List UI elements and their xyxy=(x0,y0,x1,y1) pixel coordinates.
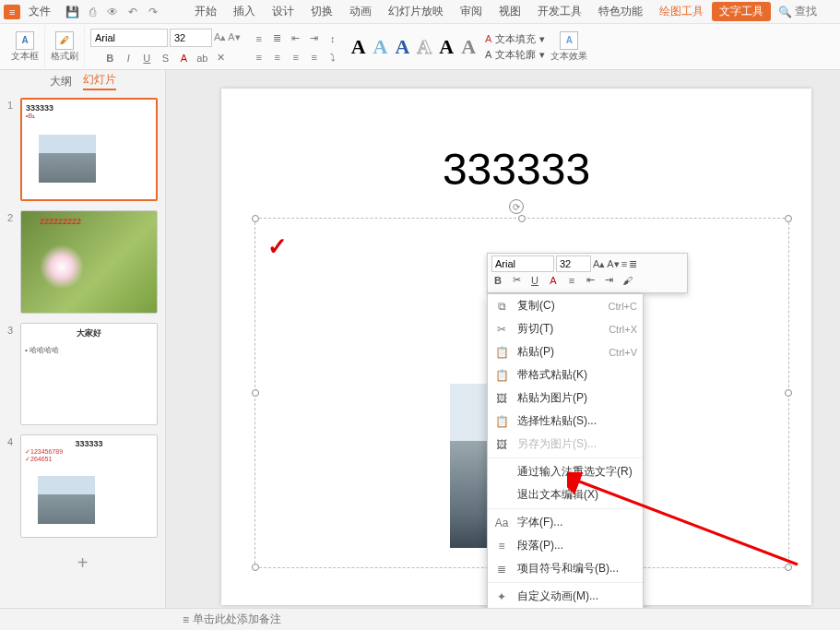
tab-slides[interactable]: 幻灯片 xyxy=(83,72,116,90)
mini-toolbar: A▴ A▾ ≡ ≣ B ✂ U A ≡ ⇤ ⇥ 🖌 xyxy=(487,253,688,293)
mini-numbering-icon[interactable]: ≣ xyxy=(629,258,637,270)
rotate-handle[interactable]: ⟳ xyxy=(509,199,524,214)
resize-handle[interactable] xyxy=(785,564,792,571)
thumb-note: ✓123456789 xyxy=(25,448,153,456)
save-icon[interactable]: 💾 xyxy=(65,5,79,19)
font-size-select[interactable] xyxy=(170,29,212,47)
mini-align-icon[interactable]: ≡ xyxy=(565,275,578,286)
menu-save-as-image: 🖼另存为图片(S)... xyxy=(488,433,643,456)
file-menu[interactable]: 文件 xyxy=(20,4,59,19)
wordart-style-1[interactable]: A xyxy=(351,35,366,59)
notes-placeholder[interactable]: ≡ 单击此处添加备注 xyxy=(183,612,281,627)
menu-cut[interactable]: ✂剪切(T)Ctrl+X xyxy=(488,317,643,340)
tab-insert[interactable]: 插入 xyxy=(225,4,264,19)
align-center-icon[interactable]: ≡ xyxy=(270,50,285,65)
indent-dec-icon[interactable]: ⇤ xyxy=(289,31,303,46)
increase-font-icon[interactable]: A▴ xyxy=(214,31,226,43)
tab-drawing-tools[interactable]: 绘图工具 xyxy=(651,4,712,19)
text-effects-button[interactable]: A 文本效果 xyxy=(550,31,587,63)
text-fill-button[interactable]: A文本填充▾ xyxy=(485,32,545,46)
menu-font[interactable]: Aa字体(F)... xyxy=(488,511,643,534)
menu-paste-image[interactable]: 🖼粘贴为图片(P) xyxy=(488,386,643,410)
slide-thumb-3[interactable]: 3 大家好 • 哈哈哈哈 xyxy=(7,323,158,426)
menu-copy[interactable]: ⧉复制(C)Ctrl+C xyxy=(488,294,643,317)
align-justify-icon[interactable]: ≡ xyxy=(307,50,322,65)
highlight-icon[interactable]: ab xyxy=(195,51,209,65)
wordart-style-5[interactable]: A xyxy=(439,35,454,59)
decrease-font-icon[interactable]: A▾ xyxy=(228,31,240,43)
context-menu: ⧉复制(C)Ctrl+C ✂剪切(T)Ctrl+X 📋粘贴(P)Ctrl+V 📋… xyxy=(487,293,644,608)
tab-outline[interactable]: 大纲 xyxy=(50,74,72,89)
resize-handle[interactable] xyxy=(785,215,792,222)
align-right-icon[interactable]: ≡ xyxy=(289,50,303,65)
mini-indent-dec-icon[interactable]: ⇤ xyxy=(584,274,597,286)
menu-paste-format[interactable]: 📋带格式粘贴(K) xyxy=(488,363,643,386)
menu-paragraph[interactable]: ≡段落(P)... xyxy=(488,534,643,557)
preview-icon[interactable]: 👁 xyxy=(105,5,120,19)
wordart-style-6[interactable]: A xyxy=(461,35,476,59)
search-box[interactable]: 🔍查找 xyxy=(778,4,817,19)
mini-font-color-icon[interactable]: A xyxy=(547,275,560,286)
redo-icon[interactable]: ↷ xyxy=(146,5,160,19)
numbering-icon[interactable]: ≣ xyxy=(270,31,285,46)
add-slide-button[interactable]: + xyxy=(7,547,158,579)
tab-review[interactable]: 审阅 xyxy=(452,4,491,19)
wordart-style-4[interactable]: A xyxy=(417,35,432,59)
mini-format-painter-icon[interactable]: 🖌 xyxy=(621,275,633,286)
tab-developer[interactable]: 开发工具 xyxy=(529,4,590,19)
text-direction-icon[interactable]: ⤵ xyxy=(325,50,340,65)
text-outline-button[interactable]: A文本轮廓▾ xyxy=(485,48,545,62)
indent-inc-icon[interactable]: ⇥ xyxy=(307,31,322,46)
tab-slideshow[interactable]: 幻灯片放映 xyxy=(380,4,452,19)
resize-handle[interactable] xyxy=(252,215,259,222)
resize-handle[interactable] xyxy=(518,215,526,222)
menu-paste[interactable]: 📋粘贴(P)Ctrl+V xyxy=(488,340,643,363)
mini-indent-inc-icon[interactable]: ⇥ xyxy=(602,274,615,286)
font-name-select[interactable] xyxy=(90,29,168,47)
format-painter-button[interactable]: 🖌 格式刷 xyxy=(51,31,78,63)
line-spacing-icon[interactable]: ↕ xyxy=(325,31,340,46)
wordart-style-2[interactable]: A xyxy=(373,35,388,59)
tab-start[interactable]: 开始 xyxy=(186,4,225,19)
mini-increase-font-icon[interactable]: A▴ xyxy=(593,258,605,270)
mini-font-name[interactable] xyxy=(491,256,554,272)
slide-thumb-4[interactable]: 4 333333 ✓123456789 ✓264651 xyxy=(7,434,158,538)
menu-custom-animation[interactable]: ✦自定义动画(M)... xyxy=(488,585,643,608)
undo-icon[interactable]: ↶ xyxy=(125,5,140,19)
tab-design[interactable]: 设计 xyxy=(264,4,302,19)
mini-decrease-font-icon[interactable]: A▾ xyxy=(607,258,619,270)
tab-transition[interactable]: 切换 xyxy=(302,4,341,19)
resize-handle[interactable] xyxy=(252,564,259,571)
underline-icon[interactable]: U xyxy=(139,51,154,65)
slide-thumb-2[interactable]: 2 222222222 xyxy=(7,210,158,314)
mini-font-size[interactable] xyxy=(556,256,591,272)
menu-exit-text-edit[interactable]: 退出文本编辑(X) xyxy=(488,483,643,506)
wordart-gallery[interactable]: A A A A A A xyxy=(351,35,476,59)
tab-special[interactable]: 特色功能 xyxy=(590,4,651,19)
app-menu-icon[interactable]: ≡ xyxy=(4,5,20,19)
tab-text-tools[interactable]: 文字工具 xyxy=(712,2,771,21)
resize-handle[interactable] xyxy=(252,389,259,397)
slide-thumb-1[interactable]: 1 333333 •B₁ xyxy=(7,98,158,201)
bold-icon[interactable]: B xyxy=(102,51,117,65)
mini-underline-icon[interactable]: U xyxy=(528,275,541,286)
tab-animation[interactable]: 动画 xyxy=(341,4,380,19)
font-color-icon[interactable]: A xyxy=(176,51,191,65)
mini-scissors-icon[interactable]: ✂ xyxy=(510,274,523,286)
mini-bullets-icon[interactable]: ≡ xyxy=(621,258,627,269)
print-icon[interactable]: ⎙ xyxy=(85,5,100,19)
slide-canvas[interactable]: 333333 ⟳ ✓ A▴ A▾ ≡ ≣ xyxy=(166,70,840,608)
menu-ime-reselect[interactable]: 通过输入法重选文字(R) xyxy=(488,460,643,483)
strike-icon[interactable]: S xyxy=(158,51,172,65)
menu-bullets-numbering[interactable]: ≣项目符号和编号(B)... xyxy=(488,557,643,580)
menu-paste-special[interactable]: 📋选择性粘贴(S)... xyxy=(488,410,643,433)
clear-format-icon[interactable]: ✕ xyxy=(213,51,228,65)
wordart-style-3[interactable]: A xyxy=(395,35,409,59)
bullets-icon[interactable]: ≡ xyxy=(252,31,266,46)
italic-icon[interactable]: I xyxy=(121,51,136,65)
resize-handle[interactable] xyxy=(785,389,792,397)
mini-bold-icon[interactable]: B xyxy=(491,275,504,286)
align-left-icon[interactable]: ≡ xyxy=(252,50,266,65)
tab-view[interactable]: 视图 xyxy=(491,4,529,19)
textbox-button[interactable]: A 文本框 xyxy=(11,31,39,63)
